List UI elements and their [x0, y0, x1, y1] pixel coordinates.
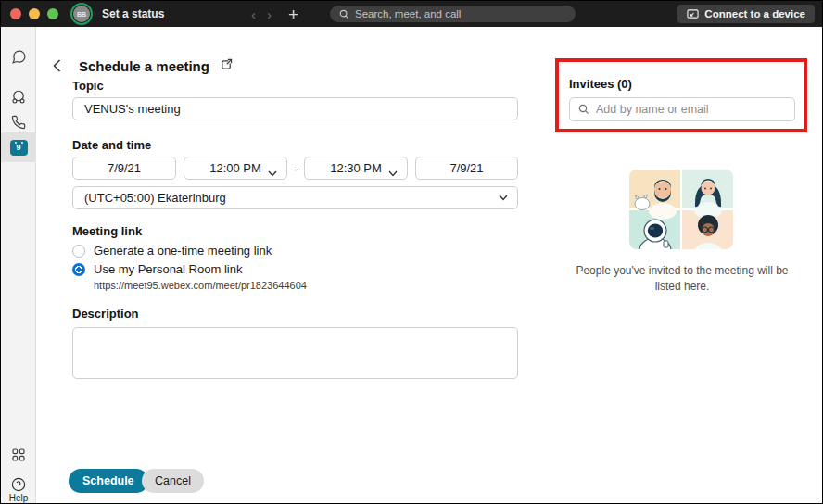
titlebar: BB Set a status ‹ › + Search, meet, and … — [1, 1, 822, 27]
chevron-down-icon — [388, 166, 398, 180]
close-window-button[interactable] — [10, 8, 21, 19]
cancel-button[interactable]: Cancel — [142, 469, 204, 493]
search-icon — [339, 9, 349, 19]
meeting-link-label: Meeting link — [72, 224, 142, 238]
avatar-initials: BB — [73, 6, 90, 22]
time-range-separator: - — [294, 162, 298, 176]
schedule-meeting-page: Schedule a meeting Topic Date and time 7… — [37, 27, 822, 503]
history-forward-button[interactable]: › — [267, 7, 272, 21]
teams-people-icon — [10, 89, 27, 106]
apps-grid-icon — [11, 447, 26, 462]
zoom-window-button[interactable] — [47, 8, 58, 19]
topic-label: Topic — [72, 79, 104, 93]
end-date-picker[interactable]: 7/9/21 — [415, 157, 518, 180]
chat-bubble-icon — [11, 49, 27, 65]
invitees-title: Invitees (0) — [569, 77, 632, 91]
minimize-window-button[interactable] — [29, 8, 40, 19]
window-controls — [10, 8, 58, 19]
personal-room-url: https://meet95.webex.com/meet/pr18236446… — [94, 280, 307, 291]
set-a-status-button[interactable]: Set a status — [102, 7, 164, 20]
personal-room-radio[interactable]: Use my Personal Room link — [72, 262, 242, 276]
timezone-select[interactable]: (UTC+05:00) Ekaterinburg — [72, 186, 518, 209]
sidebar: 9 Help — [1, 27, 36, 503]
radio-selected-icon — [72, 263, 85, 276]
sidebar-item-teams[interactable] — [1, 83, 36, 111]
sidebar-item-meetings[interactable]: 9 — [1, 132, 36, 162]
help-label: Help — [1, 493, 36, 503]
description-textarea[interactable] — [72, 327, 518, 379]
search-icon — [578, 104, 589, 115]
history-back-button[interactable]: ‹ — [251, 7, 256, 21]
sidebar-item-apps[interactable] — [1, 441, 36, 469]
onetime-link-radio[interactable]: Generate a one-time meeting link — [72, 244, 272, 258]
schedule-button[interactable]: Schedule — [69, 469, 148, 493]
description-label: Description — [72, 307, 139, 321]
red-highlight-rectangle — [555, 58, 807, 132]
sidebar-item-messaging[interactable] — [1, 43, 36, 70]
user-avatar[interactable]: BB — [70, 3, 93, 25]
radio-unselected-icon — [72, 245, 85, 258]
invitee-search-input[interactable] — [596, 103, 794, 116]
global-search-input[interactable]: Search, meet, and call — [330, 6, 576, 22]
phone-icon — [11, 115, 26, 130]
meetings-calendar-icon: 9 — [10, 140, 28, 156]
plus-button[interactable]: + — [288, 6, 298, 23]
topic-input[interactable] — [72, 97, 518, 120]
global-search-placeholder: Search, meet, and call — [355, 8, 461, 19]
device-screen-icon — [687, 8, 699, 19]
help-question-icon — [11, 477, 26, 492]
start-date-picker[interactable]: 7/9/21 — [72, 157, 176, 180]
end-time-select[interactable]: 12:30 PM — [304, 157, 408, 180]
datetime-label: Date and time — [72, 138, 151, 152]
page-title: Schedule a meeting — [79, 58, 209, 74]
back-button[interactable] — [47, 57, 66, 75]
webex-window: BB Set a status ‹ › + Search, meet, and … — [0, 0, 823, 504]
chevron-down-icon — [268, 166, 277, 180]
invitees-empty-illustration — [629, 170, 733, 253]
sidebar-item-help[interactable]: Help — [1, 469, 36, 503]
invitee-search-field[interactable] — [569, 97, 795, 121]
start-time-select[interactable]: 12:00 PM — [184, 157, 287, 180]
connect-to-device-button[interactable]: Connect to a device — [677, 5, 815, 23]
invitees-empty-caption: People you've invited to the meeting wil… — [562, 263, 803, 296]
meetings-badge: 9 — [16, 143, 20, 152]
chevron-down-icon — [499, 195, 508, 201]
open-in-new-window-icon[interactable] — [221, 57, 233, 74]
